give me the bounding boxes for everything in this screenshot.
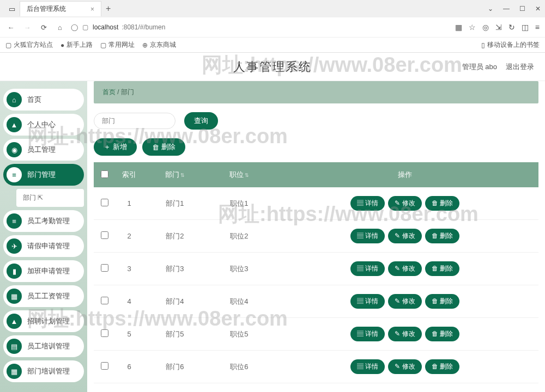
menu-label: 员工培训管理 [27, 341, 70, 351]
bookmark-item[interactable]: ⊕ 京东商城 [142, 40, 176, 50]
menu-label: 个人中心 [27, 120, 56, 130]
library-icon[interactable]: ↻ [508, 23, 515, 32]
cell-position: 职位2 [207, 220, 271, 253]
sidebar-item[interactable]: ▲招聘计划管理 [3, 310, 84, 332]
nav-bar: ← → ⟳ ⌂ ◯ ▢ localhost:8081/#/bumen ▦ ☆ ◎… [0, 17, 545, 37]
url-bar[interactable]: localhost:8081/#/bumen [93, 23, 165, 31]
edit-button[interactable]: ✎ 修改 [388, 196, 421, 211]
sidebar-item[interactable]: ▦员工工资管理 [3, 285, 84, 307]
row-delete-button[interactable]: 🗑 删除 [425, 196, 459, 211]
sidebar-toggle-icon[interactable]: ▭ [8, 4, 16, 13]
sidebar-item[interactable]: ▮加班申请管理 [3, 260, 84, 282]
select-all-checkbox[interactable] [101, 170, 108, 178]
back-icon[interactable]: ← [5, 23, 16, 32]
edit-button[interactable]: ✎ 修改 [388, 294, 421, 309]
breadcrumb-home[interactable]: 首页 [102, 88, 116, 96]
row-delete-button[interactable]: 🗑 删除 [425, 229, 459, 243]
cell-dept: B部门 [143, 383, 207, 393]
browser-chrome: ▭ 后台管理系统 × + ⌄ — ☐ ✕ ← → ⟳ ⌂ ◯ ▢ localho… [0, 0, 545, 53]
sidebar-item[interactable]: ⌂首页 [3, 89, 84, 111]
query-button[interactable]: 查询 [184, 112, 218, 130]
home-icon[interactable]: ⌂ [55, 23, 65, 32]
shield-icon[interactable]: ◯ [71, 23, 78, 31]
breadcrumb: 首页 / 部门 [94, 81, 538, 103]
row-checkbox[interactable] [101, 329, 108, 337]
menu-icon: ▮ [7, 264, 22, 279]
cell-index: 2 [116, 220, 143, 253]
close-window-icon[interactable]: ✕ [535, 5, 541, 13]
new-tab-button[interactable]: + [106, 4, 111, 14]
sidebar-item[interactable]: ◉员工管理 [3, 139, 84, 161]
row-checkbox[interactable] [101, 362, 108, 370]
admin-label[interactable]: 管理员 abo [462, 62, 497, 72]
dropdown-icon[interactable]: ⌄ [488, 5, 493, 13]
sidebar-item[interactable]: ▤员工培训管理 [3, 335, 84, 357]
breadcrumb-current: 部门 [121, 88, 134, 96]
close-icon[interactable]: × [90, 5, 94, 13]
sidebar-icon[interactable]: ◫ [522, 23, 529, 32]
sidebar-item[interactable]: ▲个人中心 [3, 114, 84, 136]
submenu-item[interactable]: 部门 ⇱ [16, 189, 84, 207]
edit-button[interactable]: ✎ 修改 [388, 229, 421, 243]
row-delete-button[interactable]: 🗑 删除 [425, 261, 459, 276]
edit-button[interactable]: ✎ 修改 [388, 327, 421, 341]
detail-button[interactable]: ▤ 详情 [350, 229, 385, 243]
delete-button[interactable]: 🗑 删除 [142, 138, 185, 156]
edit-button[interactable]: ✎ 修改 [388, 359, 421, 374]
bookmark-star-icon[interactable]: ☆ [469, 23, 476, 32]
col-dept[interactable]: 部门⇅ [143, 162, 207, 187]
detail-button[interactable]: ▤ 详情 [350, 294, 385, 309]
sidebar-item[interactable]: ▦部门培训管理 [3, 360, 84, 382]
cell-index: 1 [116, 187, 143, 220]
menu-icon: ✈ [7, 238, 22, 254]
app-header: 人事管理系统 管理员 abo 退出登录 [0, 53, 545, 81]
account-icon[interactable]: ◎ [482, 23, 489, 32]
search-input[interactable] [94, 113, 175, 129]
row-checkbox[interactable] [101, 231, 108, 239]
col-position[interactable]: 职位⇅ [207, 162, 271, 187]
bookmark-item[interactable]: ● 新手上路 [60, 40, 93, 50]
menu-icon: ▦ [7, 289, 22, 304]
cell-dept: 部门6 [143, 351, 207, 383]
bookmark-item[interactable]: ▢ 火狐官方站点 [5, 40, 53, 50]
row-delete-button[interactable]: 🗑 删除 [425, 359, 459, 374]
row-checkbox[interactable] [101, 297, 108, 304]
cell-position: B职位 [207, 383, 271, 393]
cell-index: 5 [116, 318, 143, 351]
content: 首页 / 部门 查询 ＋ 新增 🗑 删除 索引 部门⇅ 职位⇅ 操作 1部门1职… [87, 81, 545, 392]
col-index[interactable]: 索引 [116, 162, 143, 187]
detail-button[interactable]: ▤ 详情 [350, 327, 385, 341]
row-delete-button[interactable]: 🗑 删除 [425, 294, 459, 309]
reader-icon[interactable]: ▦ [455, 23, 462, 32]
sort-icon: ⇅ [245, 173, 249, 178]
sidebar-item[interactable]: ✈请假申请管理 [3, 235, 84, 257]
sidebar-item[interactable]: ≡员工考勤管理 [3, 210, 84, 232]
browser-tab[interactable]: 后台管理系统 × [20, 1, 101, 16]
detail-button[interactable]: ▤ 详情 [350, 196, 385, 211]
row-checkbox[interactable] [101, 199, 108, 206]
menu-label: 员工管理 [27, 145, 56, 155]
menu-label: 员工工资管理 [27, 291, 70, 301]
detail-button[interactable]: ▤ 详情 [350, 359, 385, 374]
forward-icon[interactable]: → [22, 23, 33, 32]
cell-dept: 部门1 [143, 187, 207, 220]
logout-button[interactable]: 退出登录 [506, 62, 534, 72]
menu-label: 请假申请管理 [27, 241, 70, 251]
cell-position: 职位6 [207, 351, 271, 383]
menu-icon[interactable]: ≡ [535, 23, 540, 32]
lock-icon[interactable]: ▢ [82, 23, 88, 31]
row-checkbox[interactable] [101, 264, 108, 272]
bookmark-mobile[interactable]: ▯ 移动设备上的书签 [481, 40, 540, 50]
col-action: 操作 [271, 162, 538, 187]
menu-icon: ▲ [7, 117, 22, 132]
reload-icon[interactable]: ⟳ [38, 23, 49, 32]
bookmark-item[interactable]: ▢ 常用网址 [100, 40, 135, 50]
maximize-icon[interactable]: ☐ [519, 5, 525, 13]
detail-button[interactable]: ▤ 详情 [350, 261, 385, 276]
edit-button[interactable]: ✎ 修改 [388, 261, 421, 276]
sidebar-item[interactable]: ≡部门管理 [3, 164, 84, 186]
add-button[interactable]: ＋ 新增 [94, 138, 137, 156]
minimize-icon[interactable]: — [503, 5, 510, 13]
extensions-icon[interactable]: ⇲ [495, 23, 502, 32]
row-delete-button[interactable]: 🗑 删除 [425, 327, 459, 341]
